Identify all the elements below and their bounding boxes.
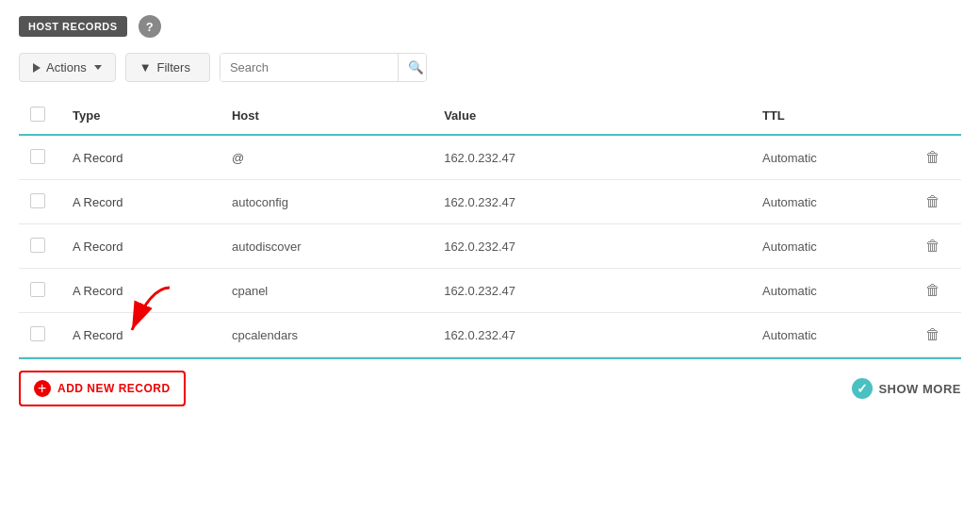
table-row: A Record autoconfig 162.0.232.47 Automat… [19, 180, 961, 224]
row-checkbox[interactable] [30, 326, 45, 341]
page-header: HOST RECORDS ? [19, 15, 961, 38]
filters-button[interactable]: ▼ Filters [125, 53, 210, 82]
row-checkbox[interactable] [30, 149, 45, 164]
table-row: A Record cpanel 162.0.232.47 Automatic 🗑 [19, 269, 961, 313]
table-row: A Record cpcalendars 162.0.232.47 Automa… [19, 313, 961, 357]
table-row: A Record @ 162.0.232.47 Automatic 🗑 [19, 135, 961, 180]
search-input[interactable] [220, 54, 398, 81]
row-checkbox-cell [19, 269, 61, 313]
filters-label: Filters [157, 60, 190, 74]
col-header-ttl: TTL [751, 97, 910, 135]
row-value: 162.0.232.47 [433, 313, 751, 357]
select-all-checkbox[interactable] [30, 107, 45, 122]
play-icon [33, 63, 41, 73]
row-type: A Record [61, 313, 220, 357]
records-table: Type Host Value TTL A Record @ 162.0.232… [19, 97, 961, 357]
row-ttl: Automatic [751, 135, 910, 180]
search-icon: 🔍 [408, 60, 424, 74]
row-type: A Record [61, 135, 220, 180]
plus-circle-icon: + [34, 380, 51, 397]
row-host: autoconfig [220, 180, 433, 224]
row-ttl: Automatic [751, 269, 910, 313]
table-body: A Record @ 162.0.232.47 Automatic 🗑 A Re… [19, 135, 961, 357]
delete-button[interactable]: 🗑 [922, 324, 944, 345]
row-host: @ [220, 135, 433, 180]
delete-button[interactable]: 🗑 [922, 191, 944, 212]
show-more-label: SHOW MORE [878, 382, 961, 396]
table-header: Type Host Value TTL [19, 97, 961, 135]
col-header-value: Value [433, 97, 751, 135]
show-more-icon: ✓ [852, 378, 873, 399]
select-all-header [19, 97, 61, 135]
row-checkbox[interactable] [30, 282, 45, 297]
col-header-host: Host [220, 97, 433, 135]
row-value: 162.0.232.47 [433, 180, 751, 224]
row-host: autodiscover [220, 224, 433, 269]
delete-button[interactable]: 🗑 [922, 236, 944, 256]
search-button[interactable]: 🔍 [398, 54, 427, 81]
row-checkbox-cell [19, 180, 61, 224]
page-title: HOST RECORDS [19, 16, 127, 37]
row-value: 162.0.232.47 [433, 224, 751, 269]
col-header-action [910, 97, 961, 135]
table-row: A Record autodiscover 162.0.232.47 Autom… [19, 224, 961, 269]
row-value: 162.0.232.47 [433, 135, 751, 180]
actions-label: Actions [46, 60, 87, 74]
chevron-down-icon [94, 65, 102, 70]
row-checkbox-cell [19, 313, 61, 357]
row-ttl: Automatic [751, 224, 910, 269]
search-wrapper: 🔍 [220, 53, 427, 82]
row-delete-cell: 🗑 [910, 313, 961, 357]
row-checkbox-cell [19, 224, 61, 269]
table-footer: + ADD NEW RECORD ✓ SHOW MORE [19, 357, 961, 410]
col-header-type: Type [61, 97, 220, 135]
row-delete-cell: 🗑 [910, 135, 961, 180]
row-checkbox-cell [19, 135, 61, 180]
row-type: A Record [61, 269, 220, 313]
row-ttl: Automatic [751, 313, 910, 357]
row-delete-cell: 🗑 [910, 224, 961, 269]
row-host: cpanel [220, 269, 433, 313]
row-delete-cell: 🗑 [910, 269, 961, 313]
delete-button[interactable]: 🗑 [922, 147, 944, 168]
delete-button[interactable]: 🗑 [922, 280, 944, 301]
actions-button[interactable]: Actions [19, 53, 116, 82]
show-more-button[interactable]: ✓ SHOW MORE [852, 378, 961, 399]
add-new-record-button[interactable]: + ADD NEW RECORD [19, 371, 186, 406]
row-checkbox[interactable] [30, 238, 45, 253]
row-type: A Record [61, 224, 220, 269]
row-host: cpcalendars [220, 313, 433, 357]
toolbar: Actions ▼ Filters 🔍 [19, 53, 961, 82]
row-value: 162.0.232.47 [433, 269, 751, 313]
filter-icon: ▼ [139, 60, 152, 74]
row-checkbox[interactable] [30, 193, 45, 208]
add-new-record-label: ADD NEW RECORD [57, 382, 171, 395]
row-type: A Record [61, 180, 220, 224]
row-delete-cell: 🗑 [910, 180, 961, 224]
help-icon[interactable]: ? [139, 15, 161, 38]
row-ttl: Automatic [751, 180, 910, 224]
table-wrapper: Type Host Value TTL A Record @ 162.0.232… [19, 97, 961, 410]
